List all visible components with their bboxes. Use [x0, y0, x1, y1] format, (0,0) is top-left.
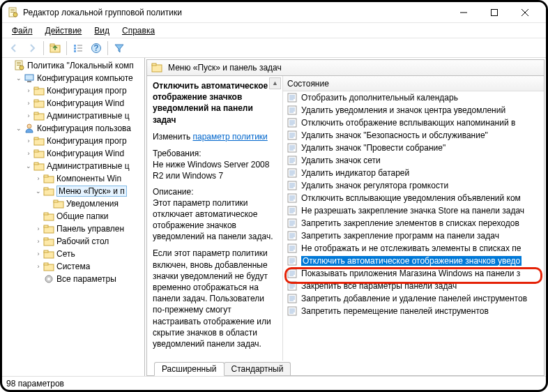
svg-rect-40	[44, 175, 48, 177]
svg-rect-129	[288, 269, 296, 278]
tree-item[interactable]: ›Конфигурация прогр	[2, 135, 144, 147]
policy-item-icon	[287, 306, 298, 316]
list-item[interactable]: Отключить всплывающие уведомления объявл…	[283, 192, 544, 204]
tree-pane[interactable]: Политика "Локальный комп⌄Конфигурация ко…	[2, 58, 145, 376]
menu-file[interactable]: Файл	[6, 24, 38, 37]
policy-item-icon	[287, 181, 298, 190]
toolbar-up-button[interactable]	[47, 40, 63, 56]
policy-item-icon	[287, 218, 298, 228]
svg-rect-29	[34, 100, 38, 102]
svg-rect-144	[288, 307, 296, 315]
tree-item[interactable]: ›Панель управлен	[2, 223, 144, 235]
menu-view[interactable]: Вид	[89, 24, 115, 37]
list-item[interactable]: Удалить индикатор батарей	[283, 167, 544, 179]
tree-item[interactable]: ›Конфигурация Wind	[2, 97, 144, 110]
svg-rect-36	[34, 150, 38, 152]
toolbar-list-icon[interactable]	[70, 40, 86, 56]
svg-text:?: ?	[93, 43, 98, 53]
menu-action[interactable]: Действие	[40, 24, 88, 37]
policy-item-icon	[287, 118, 298, 128]
tree-item[interactable]: ⌄Меню «Пуск» и п	[2, 185, 144, 197]
tree-item[interactable]: ›Компоненты Win	[2, 172, 144, 185]
svg-rect-139	[288, 294, 296, 303]
svg-rect-11	[74, 45, 76, 47]
list-item[interactable]: Отключить автоматическое отображение зна…	[283, 255, 544, 267]
svg-rect-46	[44, 213, 48, 215]
toolbar-filter-icon[interactable]	[111, 40, 128, 56]
list-column-header[interactable]: Состояние	[283, 76, 544, 91]
tab-extended[interactable]: Расширенный	[154, 362, 224, 376]
tree-item[interactable]: ›Административные ц	[2, 110, 144, 122]
list-item[interactable]: Удалить уведомления и значок центра увед…	[283, 104, 544, 116]
close-button[interactable]	[510, 2, 540, 23]
maximize-button[interactable]	[479, 2, 510, 23]
policy-item-icon	[287, 156, 298, 165]
minimize-button[interactable]	[448, 2, 479, 23]
svg-point-23	[20, 66, 24, 70]
breadcrumb: Меню «Пуск» и панель задач	[146, 59, 545, 76]
scroll-up-button[interactable]: ▲	[269, 77, 281, 89]
toolbar-help-icon[interactable]: ?	[88, 40, 105, 56]
list-item[interactable]: Запретить закрепление элементов в списка…	[283, 217, 544, 229]
tree-item[interactable]: Общие папки	[2, 210, 144, 223]
list-item[interactable]: Запретить перемещение панелей инструмент…	[283, 305, 544, 317]
tree-item[interactable]: ⌄Административные ц	[2, 160, 144, 172]
list-item[interactable]: Показывать приложения Магазина Windows н…	[283, 267, 544, 280]
list-item[interactable]: Запретить добавление и удаление панелей …	[283, 292, 544, 305]
list-item[interactable]: Закрепить все параметры панели задач	[283, 280, 544, 292]
svg-rect-1	[10, 9, 15, 10]
list-item[interactable]: Запретить закрепление программ на панели…	[283, 229, 544, 242]
edit-policy-link[interactable]: параметр политики	[192, 132, 267, 142]
svg-rect-59	[288, 93, 296, 102]
tree-item[interactable]: ›Конфигурация прогр	[2, 84, 144, 97]
svg-rect-3	[10, 12, 15, 13]
titlebar: Редактор локальной групповой политики	[2, 2, 546, 23]
tree-item[interactable]: ⌄Конфигурация пользова	[2, 122, 144, 135]
svg-rect-31	[34, 112, 38, 114]
tree-item[interactable]: ›Рабочий стол	[2, 235, 144, 248]
svg-rect-44	[54, 200, 58, 202]
statusbar: 98 параметров	[2, 376, 546, 390]
svg-rect-119	[288, 244, 296, 252]
policy-item-icon	[287, 269, 298, 278]
list-pane[interactable]: Состояние Отобразить дополнительный кале…	[283, 76, 544, 361]
svg-rect-94	[288, 181, 296, 190]
svg-rect-38	[34, 163, 38, 165]
policy-item-icon	[287, 206, 298, 216]
tree-item[interactable]: ⌄Конфигурация компьюте	[2, 72, 144, 84]
policy-item-icon	[287, 105, 298, 115]
app-icon	[8, 7, 19, 18]
tree-item[interactable]: ›Сеть	[2, 248, 144, 260]
list-item[interactable]: Не разрешать закрепление значка Store на…	[283, 204, 544, 217]
status-text: 98 параметров	[6, 379, 64, 389]
tab-standard[interactable]: Стандартный	[224, 362, 291, 375]
toolbar-forward-button[interactable]	[24, 40, 40, 56]
tree-item[interactable]: ›Конфигурация Wind	[2, 147, 144, 160]
policy-item-icon	[287, 93, 298, 103]
list-item[interactable]: Не отображать и не отслеживать элементы …	[283, 242, 544, 255]
list-item[interactable]: Отключить отображение всплывающих напоми…	[283, 116, 544, 129]
tree-item[interactable]: Политика "Локальный комп	[2, 59, 144, 72]
svg-rect-74	[288, 131, 296, 140]
svg-rect-104	[288, 206, 296, 215]
tree-item[interactable]: Уведомления	[2, 197, 144, 210]
tree-item[interactable]: Все параметры	[2, 273, 144, 285]
list-item[interactable]: Удалить значок регулятора громкости	[283, 179, 544, 192]
svg-rect-10	[50, 44, 54, 46]
svg-point-32	[27, 124, 31, 128]
toolbar-back-button[interactable]	[6, 40, 22, 56]
list-item[interactable]: Удалить значок сети	[283, 154, 544, 167]
list-item[interactable]: Отобразить дополнительный календарь	[283, 91, 544, 104]
policy-item-icon	[287, 130, 298, 140]
detail-pane: ▲ Отключить автоматическое отображение з…	[147, 76, 283, 361]
tree-item[interactable]: ›Система	[2, 260, 144, 273]
list-item[interactable]: Удалить значок "Безопасность и обслужива…	[283, 129, 544, 142]
svg-rect-22	[17, 65, 21, 66]
svg-rect-24	[25, 75, 33, 80]
policy-item-icon	[287, 256, 298, 266]
policy-item-icon	[287, 243, 298, 253]
menu-help[interactable]: Справка	[116, 24, 160, 37]
policy-item-icon	[287, 231, 298, 241]
svg-rect-64	[288, 106, 296, 114]
list-item[interactable]: Удалить значок "Провести собрание"	[283, 142, 544, 154]
